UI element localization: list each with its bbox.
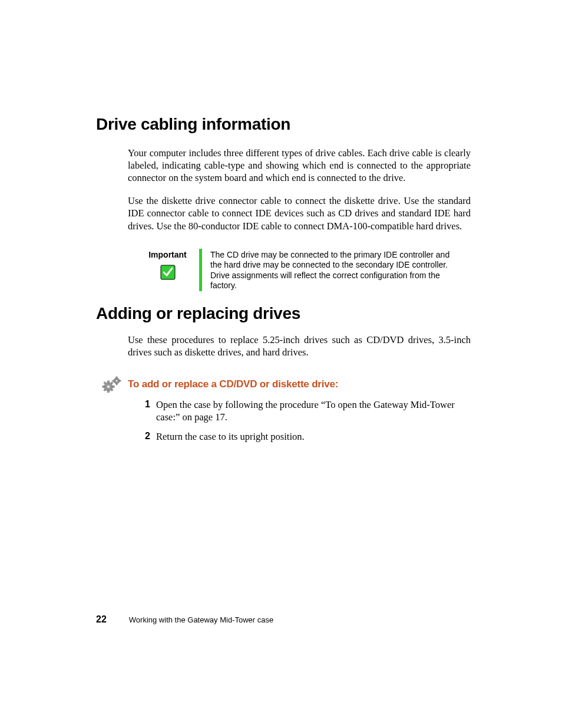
page-number: 22 <box>96 614 107 625</box>
svg-rect-14 <box>116 383 117 385</box>
step-2: 2 Return the case to its upright positio… <box>137 430 471 443</box>
checkmark-icon <box>160 264 176 281</box>
callout-divider <box>199 249 202 291</box>
step-number: 2 <box>137 430 150 443</box>
step-number: 1 <box>137 398 150 423</box>
gears-icon <box>102 376 122 393</box>
important-callout: Important The CD drive may be connected … <box>140 249 459 291</box>
callout-label-column: Important <box>140 249 196 281</box>
page-footer: 22 Working with the Gateway Mid-Tower ca… <box>96 614 273 625</box>
svg-rect-5 <box>103 386 105 387</box>
procedure-heading-row: To add or replace a CD/DVD or diskette d… <box>102 376 471 393</box>
footer-chapter-title: Working with the Gateway Mid-Tower case <box>129 615 273 624</box>
svg-point-12 <box>115 380 118 382</box>
paragraph-cabling-1: Your computer includes three different t… <box>128 147 471 184</box>
step-1: 1 Open the case by following the procedu… <box>137 398 471 423</box>
heading-drive-cabling: Drive cabling information <box>96 115 471 134</box>
svg-point-2 <box>107 385 110 388</box>
page-content: Drive cabling information Your computer … <box>0 0 562 443</box>
svg-rect-3 <box>108 381 110 383</box>
svg-rect-4 <box>108 390 110 393</box>
step-text: Return the case to its upright position. <box>156 430 471 443</box>
callout-body: The CD drive may be connected to the pri… <box>210 249 459 291</box>
heading-adding-replacing: Adding or replacing drives <box>96 304 471 323</box>
svg-rect-13 <box>116 377 117 378</box>
paragraph-adding-1: Use these procedures to replace 5.25-inc… <box>128 334 471 358</box>
callout-label: Important <box>148 250 187 259</box>
procedure-heading: To add or replace a CD/DVD or diskette d… <box>128 378 338 390</box>
paragraph-cabling-2: Use the diskette drive connector cable t… <box>128 195 471 232</box>
svg-rect-15 <box>113 380 114 381</box>
svg-rect-6 <box>112 386 114 387</box>
step-text: Open the case by following the procedure… <box>156 398 471 423</box>
svg-rect-16 <box>119 380 121 381</box>
